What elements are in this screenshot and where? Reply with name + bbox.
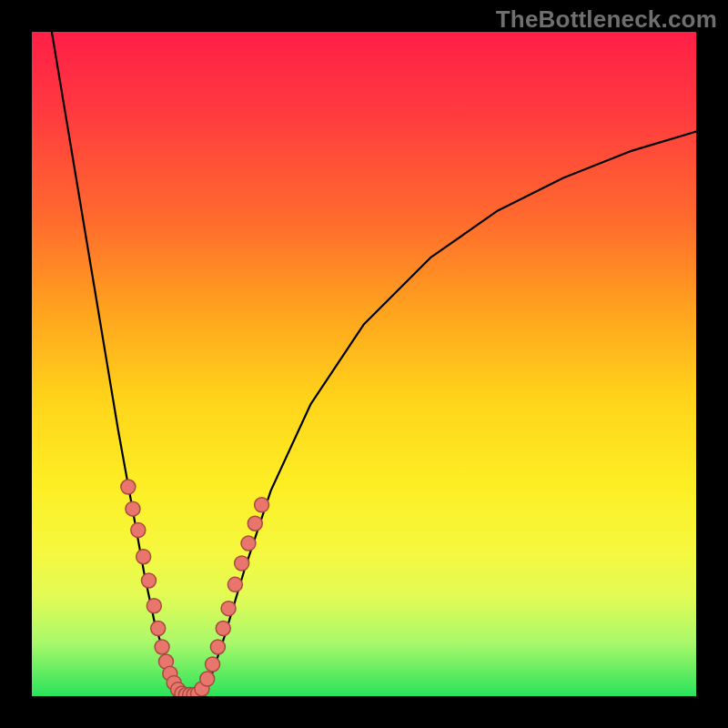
sample-dot [248,516,262,531]
sample-dots-group [121,480,269,696]
sample-dot [206,657,220,672]
sample-dot [136,550,151,564]
sample-dot [221,602,236,616]
sample-dot [151,622,166,636]
sample-dot [200,672,215,686]
sample-dot [241,536,256,551]
watermark-text: TheBottleneck.com [496,5,717,34]
sample-dot [121,480,136,494]
chart-svg-layer [32,32,696,696]
sample-dot [210,640,225,654]
sample-dot [141,573,156,588]
sample-dot [126,501,140,516]
sample-dot [147,599,161,613]
sample-dot [131,523,146,538]
sample-dot [235,556,249,571]
chart-frame: TheBottleneck.com [0,0,728,728]
curve-right-branch [201,132,696,694]
sample-dot [255,498,269,512]
sample-dot [228,577,242,592]
sample-dot [216,622,230,636]
curve-group [52,32,696,696]
sample-dot [155,640,169,654]
curve-left-branch [52,32,181,694]
